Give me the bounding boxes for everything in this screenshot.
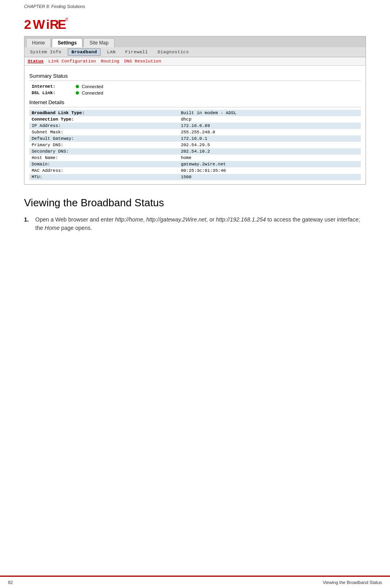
detail-value: 172.16.6.89 (178, 123, 361, 129)
detail-label: Host Name: (29, 155, 178, 161)
table-row: Default Gateway: 172.16.0.1 (29, 135, 361, 142)
detail-label: IP Address: (29, 123, 178, 129)
detail-label: Domain: (29, 161, 178, 167)
steps-list: 1.Open a Web browser and enter http://ho… (24, 215, 366, 232)
status-label: Internet: (29, 83, 73, 90)
detail-value: 202.54.29.5 (178, 142, 361, 148)
sub-nav-status[interactable]: Status (28, 59, 44, 64)
list-number: 1. (24, 215, 32, 232)
sub-nav-routing[interactable]: Routing (101, 59, 119, 64)
status-text: Connected (82, 84, 103, 89)
table-row: IP Address: 172.16.6.89 (29, 123, 361, 129)
detail-label: Default Gateway: (29, 135, 178, 142)
nav-bar: System Info Broadband LAN Firewall Diagn… (24, 47, 366, 57)
table-row: MAC Address: 00:25:3c:91:35:40 (29, 167, 361, 174)
chapter-header: CHAPTER 8: Finding Solutions (0, 0, 390, 9)
tab-sitemap[interactable]: Site Map (83, 38, 114, 47)
sub-nav: Status Link Configuration Routing DNS Re… (24, 57, 366, 66)
detail-value: gateway.2wire.net (178, 161, 361, 167)
table-row: Internet: Connected (29, 83, 361, 90)
sub-nav-dnsresolution[interactable]: DNS Resolution (124, 59, 161, 64)
sub-nav-linkconfig[interactable]: Link Configuration (48, 59, 96, 64)
summary-status-table: Internet: Connected DSL Link: Connected (29, 83, 361, 96)
nav-item-firewall[interactable]: Firewall (122, 49, 151, 55)
detail-label: Primary DNS: (29, 142, 178, 148)
details-table: Broadband Link Type: Built in modem - AD… (29, 110, 361, 180)
detail-value: dhcp (178, 116, 361, 123)
detail-label: MAC Address: (29, 167, 178, 174)
nav-item-systeminfo[interactable]: System Info (27, 49, 65, 55)
table-row: Secondary DNS: 202.54.10.2 (29, 148, 361, 155)
footer-title: Viewing the Broadband Status (323, 580, 382, 585)
detail-value: 202.54.10.2 (178, 148, 361, 155)
status-value: Connected (73, 83, 361, 90)
status-dot (76, 91, 79, 95)
status-text: Connected (82, 91, 103, 95)
status-dot (76, 85, 79, 88)
detail-label: Connection Type: (29, 116, 178, 123)
list-item: 1.Open a Web browser and enter http://ho… (24, 215, 366, 232)
table-row: Connection Type: dhcp (29, 116, 361, 123)
status-value: Connected (73, 90, 361, 96)
footer-page-number: 82 (8, 580, 13, 585)
section-heading: Viewing the Broadband Status (24, 197, 366, 209)
detail-value: 255.255.248.0 (178, 129, 361, 135)
browser-frame: Home Settings Site Map System Info Broad… (24, 36, 366, 185)
chapter-header-text: CHAPTER 8: Finding Solutions (24, 4, 85, 9)
svg-text:i: i (46, 17, 50, 32)
table-row: Primary DNS: 202.54.29.5 (29, 142, 361, 148)
main-content: 2 W i R E ® Home Settings Site Map (0, 9, 390, 252)
detail-label: Subnet Mask: (29, 129, 178, 135)
detail-label: Broadband Link Type: (29, 110, 178, 116)
logo-container: 2 W i R E ® (24, 17, 366, 32)
tab-home[interactable]: Home (26, 38, 51, 47)
browser-tabs: Home Settings Site Map (24, 36, 366, 47)
svg-text:W: W (33, 17, 45, 32)
detail-value: home (178, 155, 361, 161)
detail-label: MTU: (29, 174, 178, 180)
table-row: DSL Link: Connected (29, 90, 361, 96)
svg-text:2: 2 (24, 17, 31, 32)
browser-content: Summary Status Internet: Connected DSL L… (24, 66, 366, 184)
nav-item-diagnostics[interactable]: Diagnostics (154, 49, 192, 55)
page-footer: 82 Viewing the Broadband Status (0, 576, 390, 588)
summary-divider (29, 81, 361, 81)
tab-settings[interactable]: Settings (52, 38, 83, 47)
summary-status-title: Summary Status (29, 73, 361, 79)
internet-details-title: Internet Details (29, 99, 361, 105)
table-row: Host Name: home (29, 155, 361, 161)
nav-item-broadband[interactable]: Broadband (68, 48, 101, 56)
table-row: Broadband Link Type: Built in modem - AD… (29, 110, 361, 116)
table-row: Domain: gateway.2wire.net (29, 161, 361, 167)
detail-value: Built in modem - ADSL (178, 110, 361, 116)
svg-text:®: ® (65, 17, 68, 22)
logo-svg: 2 W i R E ® (24, 17, 68, 32)
details-divider (29, 107, 361, 107)
table-row: Subnet Mask: 255.255.248.0 (29, 129, 361, 135)
table-row: MTU: 1500 (29, 174, 361, 180)
detail-label: Secondary DNS: (29, 148, 178, 155)
detail-value: 00:25:3c:91:35:40 (178, 167, 361, 174)
status-label: DSL Link: (29, 90, 73, 96)
list-text: Open a Web browser and enter http://home… (35, 215, 366, 232)
detail-value: 172.16.0.1 (178, 135, 361, 142)
detail-value: 1500 (178, 174, 361, 180)
nav-item-lan[interactable]: LAN (104, 49, 119, 55)
